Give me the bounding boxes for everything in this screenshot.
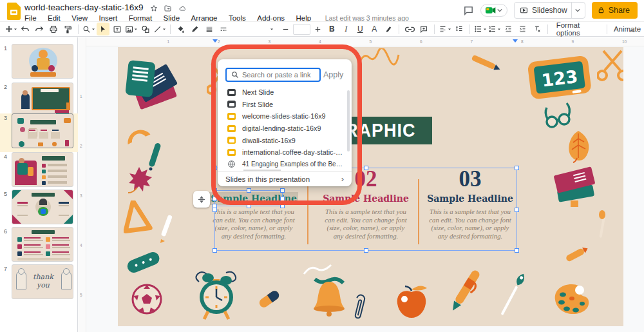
shape-tool[interactable]	[139, 23, 152, 35]
matchstick-illustration[interactable]	[596, 210, 610, 239]
insert-comment-button[interactable]	[417, 23, 430, 35]
new-slide-button[interactable]	[5, 23, 17, 35]
bulleted-list-button[interactable]	[474, 23, 487, 35]
slide-thumbnail-3-current[interactable]	[12, 113, 73, 148]
border-dash-tool[interactable]	[217, 23, 230, 35]
font-size-input[interactable]	[293, 24, 311, 35]
italic-button[interactable]: I	[339, 23, 352, 35]
infographic-column-3[interactable]: 03 Sample Headline This is a sample text…	[425, 167, 515, 240]
selection-handle[interactable]	[280, 197, 285, 201]
redo-button[interactable]	[33, 23, 46, 35]
scissors-right-illustration[interactable]	[597, 48, 623, 83]
border-color-tool[interactable]	[189, 23, 202, 35]
slides-logo-icon[interactable]	[7, 3, 21, 20]
glasses-illustration[interactable]	[543, 100, 573, 132]
selection-handle[interactable]	[280, 204, 285, 208]
insert-image-tool[interactable]	[125, 23, 138, 35]
increase-indent-button[interactable]	[516, 23, 529, 35]
slide-thumbnail-row-6[interactable]: 6	[0, 227, 78, 266]
soccer-ball-illustration[interactable]	[131, 283, 163, 315]
link-item-file-4[interactable]: international-coffee-day-static-16x9	[218, 146, 352, 159]
bell-illustration[interactable]	[311, 273, 347, 318]
selection-handle[interactable]	[213, 197, 217, 201]
slide-thumbnail-6[interactable]	[12, 227, 73, 262]
share-button[interactable]: Share	[592, 2, 638, 19]
books-right-illustration[interactable]	[549, 166, 600, 208]
selection-handle[interactable]	[280, 188, 285, 193]
link-item-first-slide[interactable]: First Slide	[218, 99, 352, 111]
column-divider[interactable]	[307, 179, 308, 244]
pencil-case-illustration[interactable]	[124, 248, 164, 278]
decrease-indent-button[interactable]	[502, 23, 515, 35]
slide-thumbnail-1[interactable]	[12, 44, 73, 79]
selection-handle[interactable]	[247, 188, 251, 193]
slideshow-dropdown[interactable]	[571, 3, 583, 18]
selection-handle[interactable]	[213, 204, 217, 208]
slide-thumbnail-row-4[interactable]: 4	[0, 152, 78, 191]
font-size-decrease[interactable]	[279, 23, 292, 35]
comments-icon[interactable]	[463, 5, 474, 16]
link-search-input[interactable]	[225, 68, 321, 82]
chalkboard-123-illustration[interactable]: 123	[528, 56, 592, 101]
selection-handle[interactable]	[515, 166, 519, 170]
slide-thumbnail-5[interactable]	[12, 190, 73, 224]
maple-leaf-illustration[interactable]	[123, 166, 155, 194]
selection-handle[interactable]	[213, 188, 217, 193]
slide-editor-canvas[interactable]: 123 INFOGRAPHIC 01	[118, 47, 623, 326]
indent-marker[interactable]	[213, 39, 218, 43]
orange-pen-illustration[interactable]	[443, 266, 486, 319]
column-headline[interactable]: Sample Headline	[321, 192, 411, 206]
link-item-file-1[interactable]: welcome-slides-static-16x9	[218, 110, 352, 122]
paint-format-button[interactable]	[61, 23, 74, 35]
bold-button[interactable]: B	[325, 23, 338, 35]
fill-color-tool[interactable]	[175, 23, 187, 35]
pencil-top-illustration[interactable]	[466, 51, 504, 77]
line-spacing-button[interactable]	[453, 23, 466, 35]
print-button[interactable]	[47, 23, 60, 35]
paperclip-illustration[interactable]	[350, 291, 366, 323]
column-body-text[interactable]: This is a sample text that you can edit.…	[323, 208, 408, 240]
paintbrush-illustration[interactable]	[497, 270, 529, 319]
alarm-clock-illustration[interactable]	[194, 268, 239, 322]
column-body-text[interactable]: This is a sample text that you can edit.…	[211, 208, 296, 240]
font-menu[interactable]	[265, 23, 278, 35]
books-stack-illustration[interactable]	[124, 60, 178, 112]
slide-thumbnail-row-5[interactable]: 5	[0, 190, 78, 228]
slide-thumbnail-row-7[interactable]: 7 thank you	[0, 264, 78, 303]
popup-scrollbar[interactable]	[347, 90, 350, 151]
selection-handle[interactable]	[213, 248, 217, 253]
column-body-text[interactable]: This is a sample text that you can edit.…	[428, 208, 513, 240]
cloud-status-icon[interactable]	[178, 5, 187, 12]
link-item-next-slide[interactable]: Next Slide	[218, 86, 352, 99]
apple-illustration[interactable]	[393, 282, 430, 319]
autumn-leaf-illustration[interactable]	[564, 130, 592, 163]
select-tool[interactable]	[97, 23, 109, 35]
selection-handle[interactable]	[515, 248, 519, 253]
clear-formatting-button[interactable]	[531, 23, 544, 35]
numbered-list-button[interactable]	[488, 23, 501, 35]
white-pencil-illustration[interactable]	[158, 212, 175, 244]
slides-in-presentation-row[interactable]: Slides in this presentation ›	[218, 171, 352, 186]
column-headline[interactable]: Sample Headline	[425, 192, 515, 206]
undo-button[interactable]	[19, 23, 32, 35]
palette-illustration[interactable]	[553, 282, 591, 317]
line-tool[interactable]	[153, 23, 166, 35]
slide-thumbnail-7[interactable]: thank you	[12, 264, 73, 299]
text-box-tool[interactable]	[111, 23, 124, 35]
selection-handle[interactable]	[247, 204, 251, 208]
squiggle-doodle[interactable]	[356, 48, 401, 68]
border-weight-tool[interactable]	[203, 23, 216, 35]
zoom-tool[interactable]	[82, 23, 95, 35]
eraser-illustration[interactable]	[256, 287, 283, 311]
apply-button[interactable]: Apply	[321, 69, 346, 81]
underline-button[interactable]: U	[354, 23, 366, 35]
slide-thumbnail-row-1[interactable]: 1	[0, 44, 78, 83]
text-color-button[interactable]: A	[368, 23, 381, 35]
column-divider[interactable]	[418, 179, 419, 244]
highlight-color-button[interactable]	[382, 23, 395, 35]
insert-link-button[interactable]	[403, 23, 416, 35]
slide-thumbnail-row-3[interactable]: 3	[0, 113, 78, 152]
link-item-file-3[interactable]: diwali-static-16x9	[218, 134, 352, 146]
set-square-illustration[interactable]	[124, 200, 155, 238]
selection-handle[interactable]	[364, 248, 368, 253]
